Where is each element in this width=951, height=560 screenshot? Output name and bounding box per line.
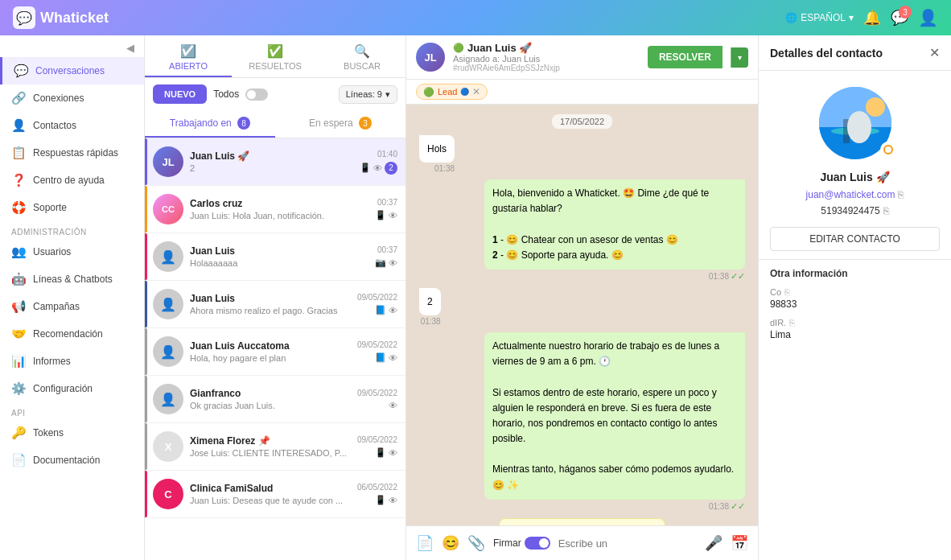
tokens-label: Tokens (33, 427, 64, 439)
sidebar-item-lineas[interactable]: 🤖 Líneas & Chatbots (0, 266, 144, 293)
abierto-icon: ☑️ (180, 43, 196, 59)
conexiones-icon: 🔗 (11, 91, 27, 105)
message-bubble: 2 (419, 288, 441, 315)
sidebar-item-campanas[interactable]: 📢 Campañas (0, 293, 144, 320)
chat-controls: NUEVO Todos Líneas: 9 ▾ (145, 78, 406, 110)
sidebar-item-informes[interactable]: 📊 Informes (0, 348, 144, 375)
copy-co-button[interactable]: ⎘ (784, 287, 790, 297)
lineas-label: Líneas: 9 (346, 89, 382, 99)
contact-panel: Detalles del contacto ✕ Juan Luis 🚀 juan… (758, 35, 951, 560)
copy-email-button[interactable]: ⎘ (898, 189, 904, 200)
tag-close-button[interactable]: ✕ (472, 86, 480, 97)
logo-area: 💬 Whaticket (13, 6, 109, 29)
chat-icons: 📘 👁 (375, 352, 397, 363)
resueltos-icon: ✅ (267, 43, 283, 59)
nuevo-button[interactable]: NUEVO (153, 84, 207, 104)
chat-avatar: X (153, 431, 183, 462)
soporte-icon: 🛟 (11, 200, 27, 215)
centro-label: Centro de ayuda (33, 175, 105, 186)
campanas-icon: 📢 (11, 299, 27, 314)
todos-toggle[interactable] (245, 89, 268, 101)
tab-abierto[interactable]: ☑️ ABIERTO (145, 35, 232, 77)
sign-toggle-area: Firmar (493, 537, 550, 550)
other-info-title: Otra información (770, 268, 940, 279)
chat-header-avatar: JL (416, 43, 445, 72)
firmar-toggle[interactable] (525, 537, 550, 550)
language-selector[interactable]: 🌐 ESPAÑOL ▾ (785, 12, 854, 23)
attachment-document-icon[interactable]: 📄 (416, 534, 434, 552)
attachment-icon[interactable]: 📎 (467, 534, 485, 552)
working-tabs: Trabajando en 8 En espera 3 (145, 110, 406, 138)
chat-icon: 💬 (14, 64, 29, 78)
sidebar-item-conversaciones[interactable]: 💬 Conversaciones (0, 57, 144, 84)
sidebar-item-soporte[interactable]: 🛟 Soporte (0, 194, 144, 221)
list-item[interactable]: X Ximena Florez 📌 Jose Luis: CLIENTE INT… (145, 423, 406, 471)
chat-avatar: CC (153, 194, 183, 224)
eye-icon: 👁 (389, 306, 397, 315)
chat-name: Juan Luis Auccatoma (190, 340, 351, 352)
tab-resueltos[interactable]: ✅ RESUELTOS (232, 35, 319, 77)
chat-time: 06/05/2022 (357, 483, 397, 492)
sidebar-item-recomendacion[interactable]: 🤝 Recomendación (0, 320, 144, 348)
list-item[interactable]: 👤 Juan Luis Holaaaaaaa 00:37 📷 👁 (145, 233, 406, 281)
messages-icon-wrap[interactable]: 💬 3 (891, 9, 908, 27)
lineas-filter[interactable]: Líneas: 9 ▾ (339, 85, 397, 104)
calendar-icon[interactable]: 📅 (731, 534, 748, 552)
logo-icon: 💬 (13, 6, 35, 29)
color-bar (145, 423, 147, 470)
chat-time: 00:37 (377, 245, 397, 254)
avatar-icon-wrap[interactable]: 👤 (918, 8, 938, 27)
status-indicator (880, 142, 896, 158)
chat-icons: 📱 👁 (375, 495, 397, 505)
sidebar-item-respuestas[interactable]: 📋 Respuestas rápidas (0, 139, 144, 167)
todos-label: Todos (213, 89, 239, 100)
instagram-icon: 📷 (375, 257, 386, 268)
sidebar-item-centro[interactable]: ❓ Centro de ayuda (0, 167, 144, 194)
info-row-dir: dIR. ⎘ Lima (770, 318, 940, 340)
dir-label: dIR. (770, 318, 786, 327)
top-header: 💬 Whaticket 🌐 ESPAÑOL ▾ 🔔 💬 3 👤 (0, 0, 951, 35)
contact-panel-header: Detalles del contacto ✕ (759, 35, 951, 71)
eye-icon: 👁 (389, 496, 397, 505)
tab-buscar[interactable]: 🔍 BUSCAR (319, 35, 406, 77)
copy-phone-button[interactable]: ⎘ (883, 205, 889, 216)
tab-trabajando[interactable]: Trabajando en 8 (145, 110, 275, 138)
list-item[interactable]: 👤 Juan Luis Auccatoma Hola, hoy pagare e… (145, 328, 406, 376)
eye-icon: 👁 (389, 401, 397, 410)
sidebar-collapse-button[interactable]: ◀ (0, 35, 144, 57)
edit-contact-button[interactable]: EDITAR CONTACTO (770, 227, 940, 251)
sidebar-item-usuarios[interactable]: 👥 Usuarios (0, 238, 144, 266)
contact-name: Juan Luis 🚀 (759, 167, 951, 187)
list-item[interactable]: CC Carlos cruz Juan Luis: Hola Juan, not… (145, 186, 406, 233)
contact-name-text: Juan Luis 🚀 (820, 171, 889, 183)
notification-icon-wrap[interactable]: 🔔 (863, 9, 881, 27)
color-bar (145, 233, 147, 280)
mic-icon[interactable]: 🎤 (705, 534, 723, 552)
chat-icons: 📘 👁 (375, 305, 397, 315)
sidebar-item-tokens[interactable]: 🔑 Tokens (0, 419, 144, 447)
chat-preview: Ahora mismo realizo el pago. Gracias (190, 306, 351, 315)
whatsapp-icon: 📱 (375, 210, 386, 220)
chat-icons: 📱 👁 (375, 447, 397, 458)
sidebar-item-contactos[interactable]: 👤 Contactos (0, 112, 144, 139)
sidebar-item-documentacion[interactable]: 📄 Documentación (0, 447, 144, 474)
list-item[interactable]: C Clinica FamiSalud Juan Luis: Deseas qu… (145, 471, 406, 518)
message-input[interactable] (558, 537, 697, 550)
list-item[interactable]: 👤 Gianfranco Ok gracias Juan Luis. 09/05… (145, 376, 406, 423)
sidebar-item-configuracion[interactable]: ⚙️ Configuración (0, 375, 144, 402)
list-item[interactable]: 👤 Juan Luis Ahora mismo realizo el pago.… (145, 281, 406, 328)
resolve-arrow-button[interactable]: ▾ (731, 47, 748, 68)
tag-secondary: 🔵 (460, 88, 469, 96)
chat-main: JL 🟢 Juan Luis 🚀 Asignado a: Juan Luis #… (406, 35, 758, 560)
close-button[interactable]: ✕ (929, 45, 940, 60)
emoji-icon[interactable]: 😊 (442, 534, 459, 552)
trabajando-badge: 8 (237, 117, 250, 130)
tab-en-espera[interactable]: En espera 3 (275, 110, 406, 138)
date-divider: 17/05/2022 (552, 114, 612, 129)
resolve-button[interactable]: RESOLVER (648, 46, 723, 68)
sidebar-item-conexiones[interactable]: 🔗 Conexiones (0, 84, 144, 112)
eye-icon: 👁 (389, 258, 397, 268)
copy-dir-button[interactable]: ⎘ (789, 318, 795, 327)
list-item[interactable]: JL Juan Luis 🚀 2 01:40 📱 👁 2 (145, 138, 406, 186)
facebook-icon: 📘 (375, 305, 386, 315)
